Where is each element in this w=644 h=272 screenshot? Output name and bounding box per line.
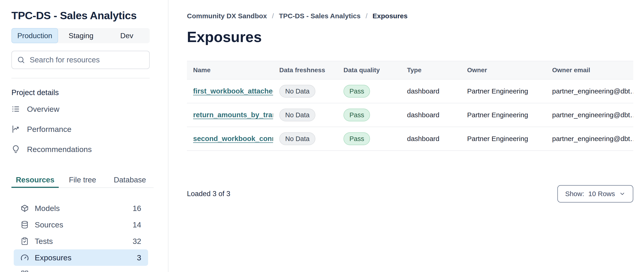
env-tab-dev[interactable]: Dev (104, 28, 150, 43)
show-label: Show: (565, 190, 584, 198)
table-row: return_amounts_by_tran… No Data Pass das… (187, 103, 633, 127)
quality-badge: Pass (344, 132, 370, 145)
clipboard-check-icon (20, 237, 29, 245)
exposure-link[interactable]: first_workbook_attached… (193, 87, 273, 95)
sidebar-item-label: Overview (27, 105, 60, 114)
sidebar-resource-exposures[interactable]: Exposures 3 (14, 249, 148, 266)
quality-badge: Pass (344, 108, 370, 121)
sidebar-divider (12, 78, 150, 78)
breadcrumb-account[interactable]: Community DX Sandbox (187, 12, 267, 20)
environment-tabs: Production Staging Dev (12, 28, 150, 43)
column-header-owner-email: Owner email (546, 66, 633, 74)
quality-badge: Pass (344, 85, 370, 98)
tab-file-tree[interactable]: File tree (59, 172, 106, 188)
type-cell: dashboard (401, 111, 461, 119)
owner-email-cell: partner_engineering@dbt… (546, 87, 633, 95)
sidebar: TPC-DS - Sales Analytics Production Stag… (0, 0, 168, 272)
chevron-down-icon (619, 191, 626, 197)
owner-cell: Partner Engineering (461, 87, 546, 95)
freshness-badge: No Data (279, 132, 315, 145)
cube-icon (20, 204, 29, 212)
freshness-badge: No Data (279, 85, 315, 98)
breadcrumb-separator: / (366, 12, 368, 20)
resource-label: Models (35, 204, 60, 213)
sidebar-item-label: Recommendations (27, 145, 92, 154)
page-title: Exposures (187, 28, 644, 46)
exposure-link[interactable]: return_amounts_by_tran… (193, 111, 273, 119)
resource-view-tabs: Resources File tree Database (12, 172, 154, 188)
sidebar-resource-sources[interactable]: Sources 14 (14, 216, 148, 233)
exposure-link[interactable]: second_workbook_conn… (193, 135, 273, 143)
sidebar-nav: Overview Performance Recommendations (12, 99, 168, 159)
breadcrumb-current: Exposures (372, 12, 408, 20)
database-icon (20, 220, 29, 229)
owner-email-cell: partner_engineering@dbt… (546, 135, 633, 143)
project-title: TPC-DS - Sales Analytics (12, 9, 168, 22)
grid-icon (20, 270, 29, 272)
resource-label: Sources (35, 220, 63, 229)
owner-cell: Partner Engineering (461, 135, 546, 143)
sidebar-item-overview[interactable]: Overview (12, 99, 168, 119)
table-row: first_workbook_attached… No Data Pass da… (187, 80, 633, 103)
search-icon (17, 56, 25, 64)
list-icon (12, 105, 20, 113)
owner-cell: Partner Engineering (461, 111, 546, 119)
main-content: Community DX Sandbox / TPC-DS - Sales An… (168, 0, 644, 272)
line-chart-icon (12, 125, 20, 134)
column-header-freshness: Data freshness (273, 66, 337, 74)
exposures-table: Name Data freshness Data quality Type Ow… (187, 61, 633, 151)
lightbulb-icon (12, 145, 20, 154)
search-box (12, 51, 150, 69)
resource-count: 16 (132, 204, 141, 213)
resource-list: Models 16 Sources 14 Tests 32 (14, 200, 148, 272)
tab-database[interactable]: Database (106, 172, 154, 188)
resource-count: 32 (132, 237, 141, 246)
env-tab-production[interactable]: Production (12, 28, 58, 43)
table-footer: Loaded 3 of 3 Show: 10 Rows (187, 185, 633, 202)
loaded-count: Loaded 3 of 3 (187, 190, 230, 198)
resource-label: Tests (35, 237, 53, 246)
show-value: 10 Rows (588, 190, 615, 198)
table-header-row: Name Data freshness Data quality Type Ow… (187, 61, 633, 80)
table-row: second_workbook_conn… No Data Pass dashb… (187, 127, 633, 151)
sidebar-item-label: Performance (27, 125, 72, 134)
column-header-type: Type (401, 66, 461, 74)
breadcrumb-separator: / (272, 12, 274, 20)
rows-per-page-dropdown[interactable]: Show: 10 Rows (558, 185, 633, 202)
column-header-quality: Data quality (337, 66, 401, 74)
resource-count: 3 (137, 253, 141, 262)
resource-label: Exposures (35, 253, 72, 262)
breadcrumb-project[interactable]: TPC-DS - Sales Analytics (279, 12, 360, 20)
freshness-badge: No Data (279, 108, 315, 121)
column-header-owner: Owner (461, 66, 546, 74)
sidebar-resource-tests[interactable]: Tests 32 (14, 233, 148, 249)
sidebar-resource-partial[interactable] (14, 266, 148, 272)
tab-resources[interactable]: Resources (12, 172, 59, 188)
resource-count: 14 (132, 220, 141, 229)
project-details-label: Project details (12, 88, 168, 97)
type-cell: dashboard (401, 135, 461, 143)
gauge-icon (20, 254, 29, 262)
search-input[interactable] (29, 55, 144, 64)
sidebar-item-recommendations[interactable]: Recommendations (12, 139, 168, 159)
sidebar-item-performance[interactable]: Performance (12, 119, 168, 139)
env-tab-staging[interactable]: Staging (58, 28, 104, 43)
column-header-name: Name (187, 66, 273, 74)
breadcrumb: Community DX Sandbox / TPC-DS - Sales An… (187, 12, 644, 20)
owner-email-cell: partner_engineering@dbt… (546, 111, 633, 119)
type-cell: dashboard (401, 87, 461, 95)
sidebar-resource-models[interactable]: Models 16 (14, 200, 148, 216)
